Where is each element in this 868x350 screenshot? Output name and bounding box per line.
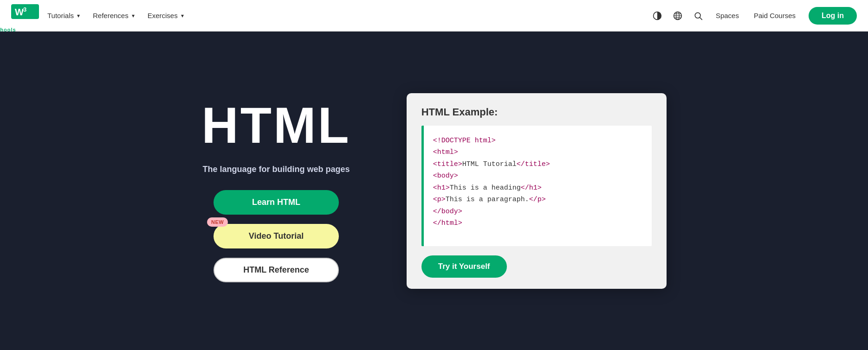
hero-subtitle: The language for building web pages [202,165,350,174]
hero-title: HTML [201,100,350,151]
left-panel: HTML The language for building web pages… [201,100,350,282]
contrast-icon [653,11,662,20]
search-button[interactable] [690,7,706,24]
try-it-yourself-button[interactable]: Try it Yourself [421,255,507,278]
search-icon [693,11,703,20]
html-reference-button[interactable]: HTML Reference [214,258,339,282]
logo-icon: W3 [11,4,39,19]
learn-html-button[interactable]: Learn HTML [214,190,339,215]
logo-schools-text: schools [0,27,39,32]
navbar: W3 schools Tutorials References Exercise… [0,0,868,32]
spaces-button[interactable]: Spaces [710,9,745,22]
svg-line-7 [700,17,702,19]
logo[interactable]: W3 schools [11,4,39,27]
login-button[interactable]: Log in [809,7,857,25]
code-card: HTML Example: <!DOCTYPE html> <html> <ti… [407,93,667,289]
language-button[interactable] [669,7,686,24]
nav-exercises[interactable]: Exercises [143,9,188,22]
new-badge: NEW [207,217,228,227]
nav-references[interactable]: References [88,9,139,22]
video-tutorial-button[interactable]: Video Tutorial [214,224,339,248]
nav-tutorials[interactable]: Tutorials [43,9,84,22]
video-tutorial-wrapper: NEW Video Tutorial [214,224,339,248]
main-content: HTML The language for building web pages… [0,32,868,350]
contrast-toggle-button[interactable] [649,7,666,24]
paid-courses-button[interactable]: Paid Courses [748,9,801,22]
code-card-title: HTML Example: [421,106,652,118]
globe-icon [673,11,682,20]
code-block: <!DOCTYPE html> <html> <title>HTML Tutor… [421,126,652,246]
